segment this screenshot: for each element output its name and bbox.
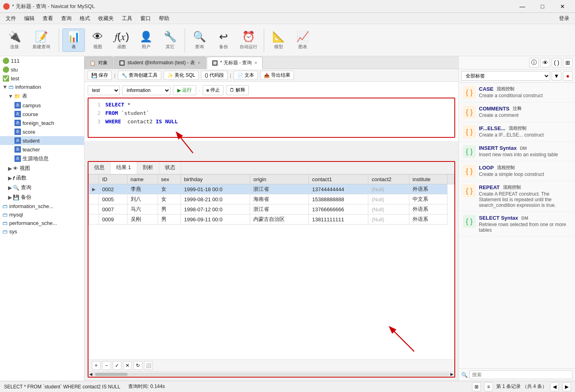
col-contact1[interactable]: contact1 bbox=[309, 175, 368, 184]
col-birthday[interactable]: birthday bbox=[181, 175, 250, 184]
login-button[interactable]: 登录 bbox=[555, 13, 573, 24]
tag-selector[interactable]: 全部标签 bbox=[461, 71, 550, 81]
status-prev-btn[interactable]: ◀ bbox=[550, 382, 559, 391]
sidebar-item-stu[interactable]: 🟢 stu bbox=[0, 65, 84, 74]
result-tab-analyze[interactable]: 剖析 bbox=[137, 162, 159, 174]
run-button[interactable]: ▶ 运行 bbox=[173, 85, 196, 95]
result-tab-result1[interactable]: 结果 1 bbox=[111, 162, 137, 174]
result-tab-status[interactable]: 状态 bbox=[159, 162, 181, 174]
sidebar-table-course[interactable]: 表 course bbox=[0, 110, 84, 118]
sidebar-db-mysql[interactable]: 🗃 mysql bbox=[0, 210, 84, 219]
beautify-sql-button[interactable]: ✨ 美化 SQL bbox=[164, 71, 199, 80]
maximize-button[interactable]: □ bbox=[533, 0, 552, 13]
search-input[interactable] bbox=[469, 370, 573, 379]
status-next-btn[interactable]: ▶ bbox=[562, 382, 571, 391]
refresh-button[interactable]: ↻ bbox=[133, 361, 142, 370]
preview-icon-btn[interactable]: 👁 bbox=[540, 58, 550, 67]
status-grid-btn[interactable]: ⊞ bbox=[472, 382, 481, 391]
scroll-thumb[interactable] bbox=[95, 373, 127, 376]
table-row[interactable]: ▶ 0002 李燕 女 1999-01-18 00:0 浙江省 13744444… bbox=[89, 184, 454, 194]
sidebar-section-functions[interactable]: ▶ f 函数 bbox=[0, 173, 84, 183]
snippet-loop[interactable]: { } LOOP 流程控制 Create a simple loop const… bbox=[459, 161, 575, 181]
sidebar-item-111[interactable]: 🟢 111 bbox=[0, 56, 84, 65]
sql-editor[interactable]: 1 SELECT * 2 FROM `student` 3 WHERE cont… bbox=[88, 98, 455, 138]
cancel-row-button[interactable]: ✕ bbox=[123, 361, 132, 370]
table-icon-btn[interactable]: ⊞ bbox=[563, 58, 573, 67]
col-origin[interactable]: origin bbox=[250, 175, 309, 184]
info-icon-btn[interactable]: ⓘ bbox=[529, 58, 539, 67]
snippet-icon-btn[interactable]: ( ) bbox=[552, 58, 561, 67]
menu-query[interactable]: 查询 bbox=[57, 13, 76, 24]
toolbar-other[interactable]: 🔧 其它 bbox=[159, 29, 181, 51]
snippet-insert[interactable]: { } INSERT Syntax DM Insert new rows int… bbox=[459, 142, 575, 161]
code-snippet-button[interactable]: () 代码段 bbox=[201, 71, 227, 80]
delete-row-button[interactable]: − bbox=[102, 361, 111, 370]
explain-button[interactable]: 🗒 解释 bbox=[226, 85, 249, 95]
text-button[interactable]: 📄 文本 bbox=[234, 71, 258, 80]
sidebar-table-teacher[interactable]: 表 teacher bbox=[0, 145, 84, 154]
toolbar-user[interactable]: 👤 用户 bbox=[135, 29, 157, 51]
toolbar-model[interactable]: 📐 模型 bbox=[267, 29, 290, 51]
add-tag-btn[interactable]: ● bbox=[563, 71, 573, 81]
sidebar-section-backups[interactable]: ▶ 💾 备份 bbox=[0, 192, 84, 202]
col-name[interactable]: name bbox=[127, 175, 158, 184]
menu-window[interactable]: 窗口 bbox=[136, 13, 155, 24]
toolbar-autorun[interactable]: ⏰ 自动运行 bbox=[236, 29, 261, 51]
col-contact2[interactable]: contact2 bbox=[368, 175, 409, 184]
sidebar-db-sys[interactable]: 🗃 sys bbox=[0, 227, 84, 236]
scroll-track[interactable] bbox=[93, 373, 450, 376]
table-row[interactable]: 0009 吴刚 男 1996-09-11 00:0 内蒙古自治区 1381111… bbox=[89, 214, 454, 225]
sidebar-table-foreign-teach[interactable]: 表 foreign_teach bbox=[0, 118, 84, 127]
toolbar-function[interactable]: 𝑓(𝑥) 函数 bbox=[111, 29, 133, 51]
stop-load-button[interactable]: ⬜ bbox=[144, 361, 153, 370]
tab-close-student[interactable]: ✕ bbox=[197, 61, 201, 65]
db-selector[interactable]: test bbox=[88, 86, 120, 95]
menu-view[interactable]: 查看 bbox=[39, 13, 57, 24]
status-list-btn[interactable]: ≡ bbox=[484, 382, 493, 391]
sidebar-section-views[interactable]: ▶ 👁 视图 bbox=[0, 163, 84, 173]
col-id[interactable]: ID bbox=[99, 175, 127, 184]
table-row[interactable]: 0007 马六 男 1998-07-12 00:0 浙江省 1376666666… bbox=[89, 204, 454, 214]
toolbar-table[interactable]: 📊 表 bbox=[62, 29, 85, 52]
sidebar-item-test[interactable]: ✅ test bbox=[0, 74, 84, 83]
menu-tools[interactable]: 工具 bbox=[118, 13, 136, 24]
schema-selector[interactable]: information bbox=[122, 86, 170, 95]
sidebar-db-performance-schema[interactable]: 🗃 performance_sche... bbox=[0, 219, 84, 227]
snippet-ifelse[interactable]: { } IF...ELSE... 流程控制 Create a IF...ELSE… bbox=[459, 122, 575, 142]
minimize-button[interactable]: — bbox=[513, 0, 532, 13]
toolbar-query[interactable]: 🔍 查询 bbox=[188, 29, 211, 51]
sidebar-table-student-source[interactable]: 表 生源地信息 bbox=[0, 154, 84, 163]
snippet-case[interactable]: { } CASE 流程控制 Create a conditional const… bbox=[459, 83, 575, 102]
scroll-left-btn[interactable]: ◀ bbox=[89, 372, 92, 376]
snippet-select[interactable]: { } SELECT Syntax DM Retrieve rows selec… bbox=[459, 212, 575, 237]
sidebar-section-queries[interactable]: ▶ 🔍 查询 bbox=[0, 183, 84, 192]
toolbar-new-query[interactable]: 📝 新建查询 bbox=[27, 29, 55, 51]
menu-file[interactable]: 文件 bbox=[2, 13, 20, 24]
menu-format[interactable]: 格式 bbox=[76, 13, 94, 24]
sidebar-table-score[interactable]: 表 score bbox=[0, 127, 84, 136]
sidebar-section-tables[interactable]: ▼ 📁 表 bbox=[0, 91, 84, 101]
add-row-button[interactable]: + bbox=[92, 361, 101, 370]
toolbar-backup[interactable]: ↩ 备份 bbox=[212, 29, 235, 51]
close-button[interactable]: ✕ bbox=[553, 0, 572, 13]
query-tool-button[interactable]: 🔧 查询创建工具 bbox=[118, 71, 161, 80]
snippet-comments[interactable]: { } COMMENTS 注释 Create a comment bbox=[459, 102, 575, 122]
menu-favorites[interactable]: 收藏夹 bbox=[94, 13, 118, 24]
col-sex[interactable]: sex bbox=[158, 175, 181, 184]
toolbar-connect[interactable]: 🔌 连接 bbox=[3, 29, 26, 51]
confirm-button[interactable]: ✓ bbox=[113, 361, 121, 370]
sidebar-table-student[interactable]: 表 student bbox=[0, 136, 84, 145]
snippet-repeat[interactable]: { } REPEAT 流程控制 Create A REPEAT construc… bbox=[459, 181, 575, 212]
sidebar-db-information[interactable]: ▼ 🗃 information bbox=[0, 83, 84, 91]
tab-query[interactable]: 🔲 * 无标题 - 查询 ✕ bbox=[207, 57, 263, 69]
menu-edit[interactable]: 编辑 bbox=[20, 13, 39, 24]
tab-objects[interactable]: 📋 对象 bbox=[84, 57, 113, 69]
tab-student-table[interactable]: 🔲 student @information (test) - 表 ✕ bbox=[114, 57, 206, 69]
horizontal-scrollbar[interactable]: ◀ ▶ bbox=[88, 371, 454, 377]
menu-help[interactable]: 帮助 bbox=[155, 13, 173, 24]
toolbar-view[interactable]: 👁 视图 bbox=[86, 29, 109, 51]
tab-close-query[interactable]: ✕ bbox=[254, 61, 257, 65]
save-button[interactable]: 💾 保存 bbox=[88, 71, 112, 80]
sidebar-db-information-schema[interactable]: 🗃 information_sche... bbox=[0, 202, 84, 210]
export-button[interactable]: 📤 导出结果 bbox=[260, 71, 294, 80]
